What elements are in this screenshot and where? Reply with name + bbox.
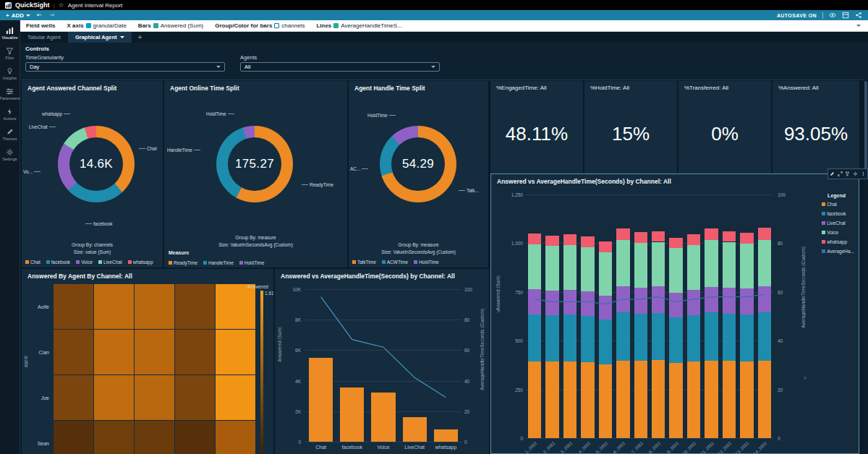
bar-segment[interactable] xyxy=(705,361,718,438)
bar-segment[interactable] xyxy=(599,296,612,320)
bar-segment[interactable] xyxy=(616,228,629,240)
undo-icon[interactable] xyxy=(36,12,43,19)
time-granularity-dropdown[interactable]: Day xyxy=(25,62,225,72)
legend-item[interactable]: TalkTime xyxy=(352,260,376,265)
bar[interactable] xyxy=(371,393,395,442)
edit-icon[interactable] xyxy=(830,171,835,176)
bar-segment[interactable] xyxy=(687,290,700,315)
eye-icon[interactable] xyxy=(829,12,836,19)
bar-segment[interactable] xyxy=(740,314,753,361)
bar[interactable] xyxy=(340,387,364,442)
bar-segment[interactable] xyxy=(758,361,771,438)
legend-item[interactable]: Voice xyxy=(76,260,93,265)
tab-tabular-agent[interactable]: Tabular Agent xyxy=(20,32,68,43)
bar-segment[interactable] xyxy=(528,234,541,244)
bar-segment[interactable] xyxy=(563,245,576,290)
bar-segment[interactable] xyxy=(652,242,665,287)
bar-segment[interactable] xyxy=(581,362,594,438)
field-well-bars[interactable]: Bars Answered (Sum) xyxy=(138,22,203,29)
legend-item[interactable]: AverageHa... xyxy=(822,249,854,254)
legend-item[interactable]: HandleTime xyxy=(203,260,234,265)
bar-segment[interactable] xyxy=(563,314,576,361)
bar-segment[interactable] xyxy=(634,243,647,288)
heatmap-cell[interactable] xyxy=(135,330,174,374)
donut-chart[interactable]: 14.6K xyxy=(58,126,135,202)
share-icon[interactable] xyxy=(855,12,862,19)
bar-segment[interactable] xyxy=(687,234,700,245)
bar-segment[interactable] xyxy=(634,314,647,361)
heatmap-cell[interactable] xyxy=(216,284,255,329)
bar-segment[interactable] xyxy=(599,320,612,365)
scrollbar-thumb[interactable] xyxy=(864,81,867,175)
donut-chart[interactable]: 175.27 xyxy=(216,126,293,202)
heatmap-cell[interactable] xyxy=(216,330,255,374)
bar-segment[interactable] xyxy=(599,241,612,252)
bar-segment[interactable] xyxy=(758,312,771,360)
sidebar-item-filter[interactable]: Filter xyxy=(0,44,20,63)
heatmap-cell[interactable] xyxy=(135,421,174,454)
bar-segment[interactable] xyxy=(758,240,771,286)
heatmap-cell[interactable] xyxy=(135,284,174,329)
bar-segment[interactable] xyxy=(669,238,682,249)
filter-icon[interactable] xyxy=(845,171,850,176)
legend-item[interactable]: whatsapp xyxy=(822,239,847,244)
heatmap-cell[interactable] xyxy=(216,375,255,420)
agents-dropdown[interactable]: All xyxy=(240,62,440,72)
visual-answered-vs-aht-stacked[interactable]: Answered vs AverageHandleTime(Seconds) b… xyxy=(490,174,859,454)
bar-segment[interactable] xyxy=(599,252,612,296)
tab-graphical-agent[interactable]: Graphical Agent xyxy=(68,32,132,43)
redo-icon[interactable] xyxy=(48,12,55,19)
bar-segment[interactable] xyxy=(599,364,612,438)
legend-item[interactable]: ACWTime xyxy=(382,260,408,265)
autosave-status[interactable]: AUTOSAVE ON xyxy=(777,13,817,18)
bar-segment[interactable] xyxy=(705,312,718,360)
legend-item[interactable]: HoldTime xyxy=(414,260,439,265)
bar-segment[interactable] xyxy=(740,361,753,438)
legend-item[interactable]: LiveChat xyxy=(822,220,846,226)
more-options-icon[interactable] xyxy=(861,171,866,176)
visual-handle-time-split[interactable]: Agent Handle Time Split 54.29 HoldTime A… xyxy=(349,81,488,267)
bar-segment[interactable] xyxy=(705,287,718,313)
heatmap-cell[interactable] xyxy=(54,284,93,329)
visual-answered-by-agent-heatmap[interactable]: Answered By Agent By Channel: All AoifeC… xyxy=(22,269,273,454)
legend-item[interactable]: Voice xyxy=(822,230,838,235)
bar-segment[interactable] xyxy=(616,312,629,360)
legend-item[interactable]: LiveChat xyxy=(98,260,122,265)
bar-segment[interactable] xyxy=(652,231,665,242)
bar-segment[interactable] xyxy=(616,286,629,312)
legend-item[interactable]: ReadyTime xyxy=(169,260,197,265)
legend-item[interactable]: Chat xyxy=(25,260,41,265)
legend-item[interactable]: Chat xyxy=(822,202,837,207)
axis-collapse-icon[interactable]: > xyxy=(804,375,807,380)
bar-segment[interactable] xyxy=(723,242,736,288)
legend-item[interactable]: facebook xyxy=(822,211,846,216)
sidebar-item-visualize[interactable]: Visualize xyxy=(0,24,20,43)
bar-segment[interactable] xyxy=(545,246,558,290)
heatmap-cell[interactable] xyxy=(94,330,134,374)
visual-answered-vs-aht-by-channel[interactable]: Answered vs AverageHandleTime(Seconds) b… xyxy=(275,269,489,454)
bar-segment[interactable] xyxy=(669,248,682,292)
bar-segment[interactable] xyxy=(687,315,700,362)
heatmap-cell[interactable] xyxy=(94,421,134,454)
heatmap-cell[interactable] xyxy=(54,330,93,374)
bar-segment[interactable] xyxy=(581,236,594,247)
sidebar-item-settings[interactable]: Settings xyxy=(0,145,20,164)
maximize-icon[interactable] xyxy=(838,171,843,176)
bar-segment[interactable] xyxy=(528,361,541,438)
bar[interactable] xyxy=(434,429,458,442)
add-button[interactable]: + ADD xyxy=(6,12,30,19)
bar-segment[interactable] xyxy=(687,361,700,438)
axis-collapse-icon[interactable]: > xyxy=(497,309,500,314)
donut-chart[interactable]: 54.29 xyxy=(380,126,456,202)
bar-segment[interactable] xyxy=(581,247,594,291)
bar-segment[interactable] xyxy=(616,240,629,286)
bar-segment[interactable] xyxy=(528,244,541,289)
bar-segment[interactable] xyxy=(545,315,558,361)
settings-icon[interactable] xyxy=(853,171,858,176)
favorite-star-icon[interactable]: ☆ xyxy=(59,1,64,9)
field-well-group-color[interactable]: Group/Color for bars channels xyxy=(215,22,305,29)
bar-segment[interactable] xyxy=(723,288,736,314)
heatmap-cell[interactable] xyxy=(175,421,215,454)
bar-segment[interactable] xyxy=(705,228,718,240)
bar-segment[interactable] xyxy=(581,291,594,316)
